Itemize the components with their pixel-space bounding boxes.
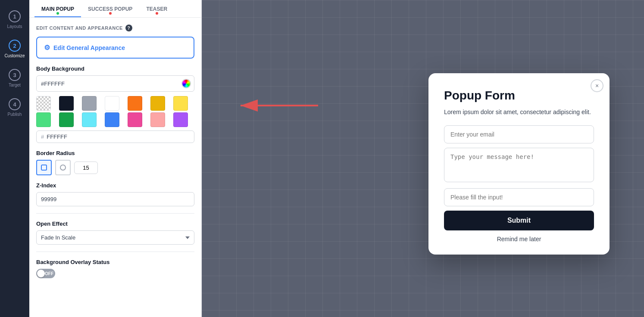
step-circle-3: 3	[9, 69, 21, 81]
tab-dot-teaser	[156, 12, 158, 15]
overlay-toggle[interactable]: OFF	[36, 269, 55, 278]
svg-rect-1	[60, 165, 66, 170]
hex-hash: #	[41, 134, 44, 140]
help-icon[interactable]: ?	[125, 25, 132, 31]
border-radius-row	[36, 160, 194, 175]
divider-2	[36, 252, 194, 252]
tab-dot-main	[56, 12, 59, 15]
toggle-knob	[37, 270, 45, 277]
popup-extra-input[interactable]	[444, 188, 594, 206]
step-circle-2: 2	[9, 40, 21, 52]
swatch-gray[interactable]	[82, 96, 97, 111]
swatch-green[interactable]	[59, 112, 74, 127]
swatch-orange[interactable]	[128, 96, 142, 111]
color-wheel-icon	[181, 79, 191, 88]
settings-panel: MAIN POPUP SUCCESS POPUP TEASER EDIT CON…	[29, 0, 202, 317]
zindex-input[interactable]	[36, 192, 194, 206]
tab-dot-success	[109, 12, 112, 15]
appearance-box: ⚙ Edit General Appearance	[36, 37, 194, 59]
swatch-pink-red[interactable]	[128, 112, 142, 127]
swatch-white[interactable]	[105, 96, 119, 111]
toggle-row: OFF	[36, 269, 194, 278]
zindex-label: Z-Index	[36, 182, 194, 189]
swatch-purple[interactable]	[173, 112, 188, 127]
sidebar: 1 Layouts 2 Customize 3 Target 4 Publish	[0, 0, 29, 317]
sidebar-label-layouts: Layouts	[7, 24, 22, 29]
popup-title: Popup Form	[444, 89, 594, 103]
step-circle-4: 4	[9, 98, 21, 110]
popup-modal: × Popup Form Lorem ipsum dolor sit amet,…	[428, 73, 610, 255]
border-radius-label: Border Radius	[36, 150, 194, 156]
sidebar-label-target: Target	[9, 83, 21, 88]
sidebar-item-customize[interactable]: 2 Customize	[0, 34, 29, 64]
open-effect-select[interactable]: Fade In Scale Slide In Bounce None	[36, 230, 194, 245]
hex-input[interactable]	[47, 134, 190, 140]
sidebar-item-layouts[interactable]: 1 Layouts	[0, 5, 29, 34]
overlay-label: Background Overlay Status	[36, 259, 194, 265]
border-radius-input[interactable]	[74, 162, 98, 174]
sidebar-item-target[interactable]: 3 Target	[0, 64, 29, 93]
swatch-transparent[interactable]	[36, 96, 51, 111]
border-circle-btn[interactable]	[55, 160, 71, 175]
tab-main-popup[interactable]: MAIN POPUP	[34, 0, 81, 17]
popup-submit-button[interactable]: Submit	[444, 211, 594, 230]
sidebar-label-publish: Publish	[8, 112, 22, 117]
open-effect-label: Open Effect	[36, 221, 194, 227]
swatch-yellow[interactable]	[150, 96, 165, 111]
color-text-input[interactable]	[37, 77, 178, 90]
body-background-label: Body Background	[36, 65, 194, 72]
popup-close-button[interactable]: ×	[591, 79, 603, 92]
square-corners-icon	[41, 164, 47, 171]
sidebar-item-publish[interactable]: 4 Publish	[0, 93, 29, 122]
swatch-light-pink[interactable]	[150, 112, 165, 127]
hex-input-row: #	[36, 131, 194, 143]
arrow-overlay	[236, 93, 322, 120]
popup-description: Lorem ipsum dolor sit amet, consectetur …	[444, 108, 594, 117]
color-swatches	[36, 96, 194, 127]
swatch-black[interactable]	[59, 96, 74, 111]
sidebar-label-customize: Customize	[4, 53, 25, 59]
swatch-light-green[interactable]	[36, 112, 51, 127]
popup-tabs: MAIN POPUP SUCCESS POPUP TEASER	[29, 0, 201, 18]
appearance-box-header[interactable]: ⚙ Edit General Appearance	[44, 44, 187, 52]
step-circle-1: 1	[9, 10, 21, 22]
toggle-state-label: OFF	[45, 271, 53, 276]
section-label: EDIT CONTENT AND APPEARANCE ?	[36, 25, 194, 31]
border-square-btn[interactable]	[36, 160, 52, 175]
popup-email-input[interactable]	[444, 125, 594, 143]
tab-success-popup[interactable]: SUCCESS POPUP	[81, 0, 139, 17]
tab-teaser[interactable]: TEASER	[139, 0, 174, 17]
arrow-icon	[236, 93, 322, 118]
gear-icon: ⚙	[44, 44, 50, 52]
color-picker-button[interactable]	[178, 76, 194, 91]
swatch-light-yellow[interactable]	[173, 96, 188, 111]
round-corners-icon	[59, 164, 66, 171]
preview-canvas: × Popup Form Lorem ipsum dolor sit amet,…	[202, 0, 644, 317]
divider-1	[36, 213, 194, 214]
color-input-row	[36, 75, 194, 92]
panel-content: EDIT CONTENT AND APPEARANCE ? ⚙ Edit Gen…	[29, 18, 201, 317]
swatch-blue[interactable]	[105, 112, 119, 127]
swatch-cyan[interactable]	[82, 112, 97, 127]
svg-rect-0	[41, 165, 47, 170]
popup-message-textarea[interactable]	[444, 148, 594, 182]
popup-remind-link[interactable]: Remind me later	[444, 236, 594, 242]
